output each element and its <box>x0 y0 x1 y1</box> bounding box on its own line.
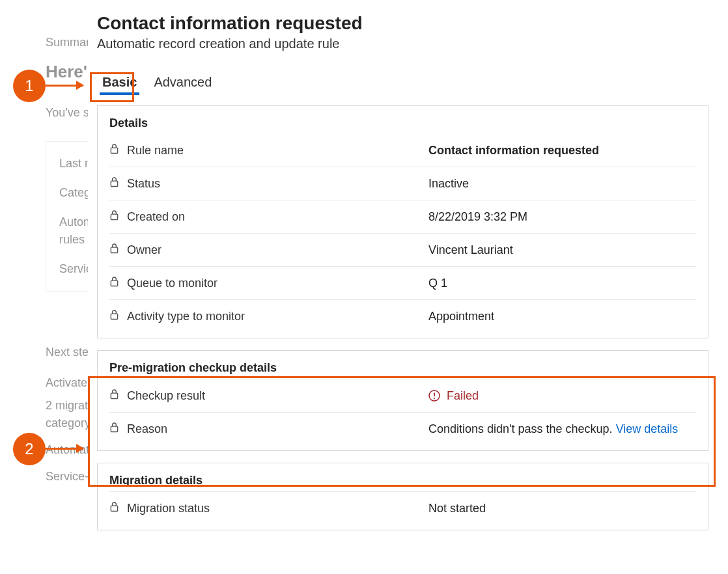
lock-icon <box>109 210 119 224</box>
checkup-result-value: Failed <box>447 389 479 403</box>
details-row-value: Inactive <box>428 177 696 191</box>
tab-basic[interactable]: Basic <box>100 74 139 94</box>
lock-icon <box>109 243 119 257</box>
lock-icon <box>109 143 119 157</box>
details-row-label: Rule name <box>127 144 184 157</box>
svg-rect-1 <box>111 181 117 186</box>
details-row-label: Created on <box>127 210 185 224</box>
callout-arrow-2 <box>46 448 83 450</box>
view-details-link[interactable]: View details <box>616 422 679 435</box>
details-row-value: Vincent Lauriant <box>428 243 696 257</box>
svg-rect-10 <box>111 426 117 431</box>
svg-rect-3 <box>111 247 117 253</box>
details-title: Details <box>109 116 696 130</box>
lock-icon <box>109 422 119 436</box>
details-row-value: Contact information requested <box>428 144 696 157</box>
details-row: Queue to monitorQ 1 <box>109 266 696 299</box>
lock-icon <box>109 276 119 290</box>
migration-title: Migration details <box>109 474 696 487</box>
details-row: Activity type to monitorAppointment <box>109 299 696 333</box>
svg-rect-0 <box>111 148 117 153</box>
details-row-label: Activity type to monitor <box>127 310 245 323</box>
page-subtitle: Automatic record creation and update rul… <box>97 36 708 51</box>
reason-label: Reason <box>127 422 167 436</box>
detail-panel: Contact information requested Automatic … <box>88 9 718 574</box>
reason-text: Conditions didn't pass the checkup. <box>428 422 616 435</box>
details-row: StatusInactive <box>109 167 696 200</box>
status-badge-failed: Failed <box>428 389 696 403</box>
lock-icon <box>109 501 119 515</box>
details-row-label: Status <box>127 177 160 191</box>
lock-icon <box>109 309 119 323</box>
migration-section: Migration details Migration status Not s… <box>97 463 708 530</box>
svg-point-9 <box>434 398 435 399</box>
row-migration-status: Migration status Not started <box>109 491 696 525</box>
details-row-label: Queue to monitor <box>127 277 217 290</box>
row-checkup-result: Checkup result Failed <box>109 379 696 412</box>
details-row-value: Q 1 <box>428 277 696 290</box>
migration-status-value: Not started <box>428 502 696 515</box>
svg-rect-11 <box>111 506 117 511</box>
lock-icon <box>109 389 119 403</box>
svg-rect-6 <box>111 393 117 398</box>
callout-badge-1: 1 <box>13 70 46 102</box>
migration-status-label: Migration status <box>127 502 210 515</box>
details-row-value: 8/22/2019 3:32 PM <box>428 210 696 224</box>
error-icon <box>428 390 440 402</box>
checkup-result-label: Checkup result <box>127 389 205 403</box>
svg-rect-5 <box>111 314 117 319</box>
callout-badge-2: 2 <box>13 433 46 465</box>
premigration-section: Pre-migration checkup details Checkup re… <box>97 350 708 451</box>
details-row-label: Owner <box>127 243 161 257</box>
premigration-title: Pre-migration checkup details <box>109 361 696 375</box>
tab-advanced[interactable]: Advanced <box>151 74 214 94</box>
tab-bar: Basic Advanced <box>97 74 708 94</box>
lock-icon <box>109 176 119 191</box>
svg-rect-2 <box>111 214 117 219</box>
callout-arrow-1 <box>46 85 83 87</box>
row-reason: Reason Conditions didn't pass the checku… <box>109 412 696 445</box>
details-row-value: Appointment <box>428 310 696 323</box>
page-title: Contact information requested <box>97 13 708 34</box>
details-row: Created on8/22/2019 3:32 PM <box>109 200 696 233</box>
details-row: Rule nameContact information requested <box>109 134 696 167</box>
svg-rect-4 <box>111 280 117 286</box>
details-row: OwnerVincent Lauriant <box>109 233 696 266</box>
details-section: Details Rule nameContact information req… <box>97 105 708 338</box>
